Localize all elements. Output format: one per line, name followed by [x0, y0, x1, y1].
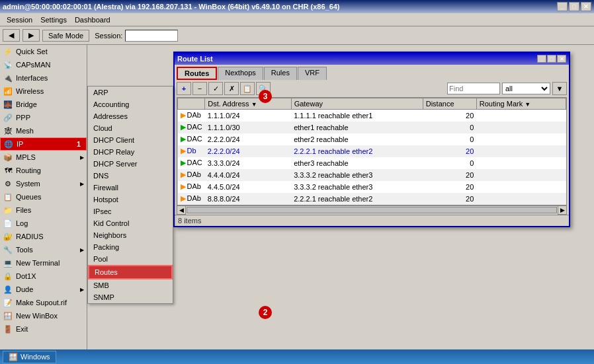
sidebar-label-new-winbox: New WinBox — [16, 312, 58, 320]
ip-submenu-dhcp-relay[interactable]: DHCP Relay — [88, 146, 173, 158]
maximize-button[interactable]: □ — [569, 2, 579, 11]
route-window-maximize[interactable]: □ — [547, 55, 556, 63]
route-window-minimize[interactable]: _ — [537, 55, 546, 63]
ip-submenu-ipsec[interactable]: IPsec — [88, 205, 173, 217]
sidebar-item-ip[interactable]: 🌐 IP 1 — [0, 137, 87, 151]
sidebar-item-quickset[interactable]: ⚡ Quick Set — [0, 45, 87, 58]
sidebar-item-capsman[interactable]: 📡 CAPsMAN — [0, 58, 87, 71]
tools-icon: 🔧 — [3, 244, 13, 255]
menu-dashboard[interactable]: Dashboard — [71, 15, 114, 25]
ip-submenu-routes[interactable]: Routes — [88, 265, 173, 279]
sidebar-item-dude[interactable]: 👤 Dude — [0, 283, 87, 296]
hscroll-right[interactable]: ▶ — [558, 205, 567, 215]
taskbar-windows[interactable]: 🪟 Windows — [3, 351, 56, 363]
ip-submenu-firewall[interactable]: Firewall — [88, 182, 173, 194]
sidebar-item-interfaces[interactable]: 🔌 Interfaces — [0, 71, 87, 85]
title-bar: admin@50:00:00:02:00:01 (Alestra) via 19… — [0, 0, 594, 13]
sidebar-item-new-winbox[interactable]: 🪟 New WinBox — [0, 309, 87, 322]
cell-dst: 8.8.8.0/24 — [205, 193, 291, 205]
find-input[interactable] — [447, 83, 500, 94]
ip-submenu-pool[interactable]: Pool — [88, 253, 173, 265]
route-window-close[interactable]: ✕ — [557, 55, 566, 63]
sidebar-item-mesh[interactable]: 🕸 Mesh — [0, 124, 87, 137]
minimize-button[interactable]: _ — [557, 2, 568, 11]
copy-button[interactable]: 📋 — [240, 82, 255, 95]
cell-dst: 2.2.2.0/24 — [205, 145, 291, 157]
ip-submenu-neighbors[interactable]: Neighbors — [88, 229, 173, 241]
back-button[interactable]: ◀ — [3, 29, 20, 42]
cell-gateway: 1.1.1.1 reachable ether1 — [291, 110, 423, 122]
sidebar-label-interfaces: Interfaces — [16, 74, 48, 82]
table-row[interactable]: ▶DAC 3.3.3.0/24 ether3 reachable 0 — [178, 157, 566, 169]
table-row[interactable]: ▶DAC 2.2.2.0/24 ether2 reachable 0 — [178, 133, 566, 145]
add-button[interactable]: + — [177, 82, 191, 95]
ip-submenu-smb[interactable]: SMB — [88, 279, 173, 291]
sidebar-item-mpls[interactable]: 📦 MPLS — [0, 151, 87, 164]
tab-rules[interactable]: Rules — [264, 67, 297, 80]
sidebar-item-files[interactable]: 📁 Files — [0, 203, 87, 217]
sidebar-item-tools[interactable]: 🔧 Tools — [0, 243, 87, 256]
table-row[interactable]: ▶DAC 1.1.1.0/30 ether1 reachable 0 — [178, 122, 566, 133]
forward-button[interactable]: ▶ — [22, 29, 40, 42]
safe-mode-button[interactable]: Safe Mode — [42, 30, 89, 42]
ip-submenu-hotspot[interactable]: Hotspot — [88, 194, 173, 205]
tab-nexthops[interactable]: Nexthops — [218, 67, 263, 80]
sidebar-item-bridge[interactable]: 🌉 Bridge — [0, 98, 87, 111]
ip-submenu-packing[interactable]: Packing — [88, 241, 173, 253]
col-distance[interactable]: Distance — [423, 98, 476, 110]
ip-submenu-dns[interactable]: DNS — [88, 170, 173, 182]
cell-gateway: 3.3.3.2 reachable ether3 — [291, 181, 423, 193]
sidebar-item-wireless[interactable]: 📶 Wireless — [0, 85, 87, 98]
hscroll-track[interactable] — [187, 207, 557, 213]
table-row[interactable]: ▶DAb 1.1.1.0/24 1.1.1.1 reachable ether1… — [178, 110, 566, 122]
table-row[interactable]: ▶DAb 4.4.5.0/24 3.3.3.2 reachable ether3… — [178, 181, 566, 193]
ip-submenu-dhcp-server[interactable]: DHCP Server — [88, 158, 173, 170]
col-routing-mark[interactable]: Routing Mark ▼ — [476, 98, 566, 110]
ip-submenu-dhcp-client[interactable]: DHCP Client — [88, 134, 173, 146]
filter-arrow-button[interactable]: ▼ — [552, 82, 567, 95]
enable-button[interactable]: ✓ — [208, 82, 223, 95]
sidebar-item-dot1x[interactable]: 🔒 Dot1X — [0, 270, 87, 283]
sidebar-item-queues[interactable]: 📋 Queues — [0, 190, 87, 203]
close-button[interactable]: ✕ — [581, 2, 591, 11]
interfaces-icon: 🔌 — [3, 73, 13, 83]
session-input[interactable] — [125, 30, 178, 42]
table-row[interactable]: ▶DAb 4.4.4.0/24 3.3.3.2 reachable ether3… — [178, 169, 566, 181]
sidebar-item-radius[interactable]: 🔐 RADIUS — [0, 230, 87, 243]
ip-submenu-arp[interactable]: ARP — [88, 87, 173, 98]
routing-icon: 🗺 — [3, 165, 13, 176]
ip-submenu-kid-control[interactable]: Kid Control — [88, 217, 173, 229]
table-row[interactable]: ▶DAb 8.8.8.0/24 2.2.2.1 reachable ether2… — [178, 193, 566, 205]
sidebar-label-queues: Queues — [16, 193, 42, 201]
menu-settings[interactable]: Settings — [36, 15, 71, 25]
tab-routes[interactable]: Routes — [177, 67, 217, 80]
ip-submenu-accounting[interactable]: Accounting — [88, 98, 173, 110]
cell-distance: 0 — [423, 122, 476, 133]
ip-submenu-addresses[interactable]: Addresses — [88, 110, 173, 122]
tab-vrf[interactable]: VRF — [298, 67, 327, 80]
col-dst[interactable]: Dst. Address ▼ — [205, 98, 291, 110]
sidebar-item-log[interactable]: 📄 Log — [0, 217, 87, 230]
col-gateway[interactable]: Gateway — [291, 98, 423, 110]
col-type[interactable] — [178, 98, 205, 110]
wireless-icon: 📶 — [3, 86, 13, 96]
sidebar-item-system[interactable]: ⚙ System — [0, 177, 87, 190]
cell-dst: 4.4.5.0/24 — [205, 181, 291, 193]
horizontal-scrollbar[interactable]: ◀ ▶ — [177, 205, 567, 215]
remove-button[interactable]: − — [192, 82, 207, 95]
sidebar-item-new-terminal[interactable]: 💻 New Terminal — [0, 256, 87, 270]
disable-button[interactable]: ✗ — [224, 82, 239, 95]
sidebar-item-exit[interactable]: 🚪 Exit — [0, 322, 87, 336]
menu-bar: Session Settings Dashboard — [0, 13, 594, 26]
table-row[interactable]: ▶Db 2.2.2.0/24 2.2.2.1 reachable ether2 … — [178, 145, 566, 157]
hscroll-left[interactable]: ◀ — [177, 205, 186, 215]
sidebar-item-ppp[interactable]: 🔗 PPP — [0, 111, 87, 124]
route-table-container[interactable]: Dst. Address ▼ Gateway Distance Routing … — [177, 97, 567, 205]
sidebar-item-routing[interactable]: 🗺 Routing — [0, 164, 87, 177]
ip-submenu-snmp[interactable]: SNMP — [88, 291, 173, 303]
ip-submenu-cloud[interactable]: Cloud — [88, 122, 173, 134]
annotation-2: 2 — [259, 306, 272, 319]
sidebar-item-make-supout[interactable]: 📝 Make Supout.rif — [0, 296, 87, 309]
filter-select[interactable]: all connected static — [502, 83, 550, 94]
menu-session[interactable]: Session — [3, 15, 36, 25]
